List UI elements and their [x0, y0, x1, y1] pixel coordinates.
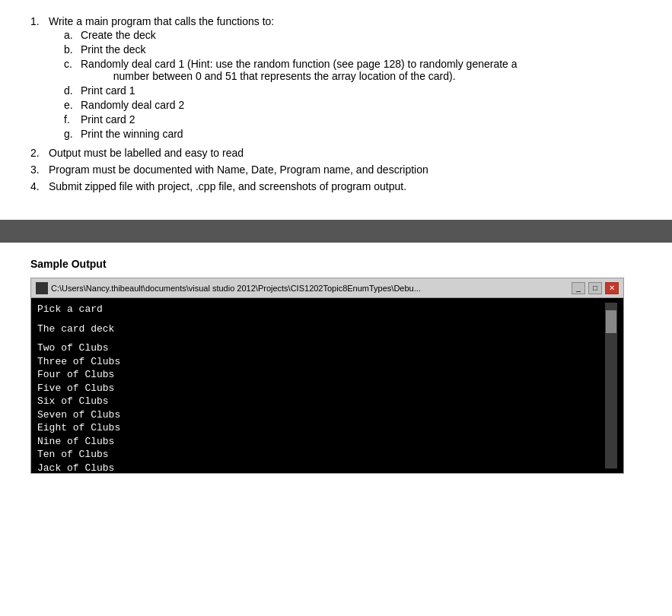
console-line-6: Five of Clubs — [37, 382, 605, 395]
sub-item-g: g. Print the winning card — [49, 128, 642, 140]
console-line-7: Six of Clubs — [37, 395, 605, 408]
console-line-12: Jack of Clubs — [37, 462, 605, 473]
instructions-section: Write a main program that calls the func… — [0, 0, 672, 220]
main-item-3: Write a main program that calls the func… — [30, 15, 642, 142]
scrollbar-track — [605, 303, 617, 468]
console-line-11: Ten of Clubs — [37, 448, 605, 462]
main-item-6: Submit zipped file with project, .cpp fi… — [30, 180, 642, 192]
console-line-8: Seven of Clubs — [37, 408, 605, 422]
sub-text-e: Randomly deal card 2 — [81, 99, 184, 111]
sub-label-e: e. — [64, 99, 81, 111]
console-line-2: The card deck — [37, 322, 605, 336]
console-scrollbar[interactable] — [605, 303, 617, 468]
console-title-text: C:\Users\Nancy.thibeault\documents\visua… — [51, 284, 568, 293]
console-line-1: Pick a card — [37, 303, 605, 316]
console-line-4: Three of Clubs — [37, 355, 605, 369]
sub-text-d: Print card 1 — [81, 84, 135, 97]
main-item-5-text: Program must be documented with Name, Da… — [49, 164, 428, 176]
sub-label-a: a. — [64, 29, 81, 41]
sub-label-g: g. — [64, 128, 81, 140]
sub-item-d: d. Print card 1 — [49, 84, 642, 97]
console-restore-button[interactable]: □ — [588, 282, 602, 294]
console-close-button[interactable]: ✕ — [605, 282, 619, 294]
sub-item-c: c. Randomly deal card 1 (Hint: use the r… — [49, 58, 642, 82]
sub-text-a: Create the deck — [81, 29, 156, 41]
main-item-6-text: Submit zipped file with project, .cpp fi… — [49, 180, 406, 192]
console-blank-2 — [37, 335, 605, 341]
console-minimize-button[interactable]: _ — [572, 282, 585, 294]
console-line-5: Four of Clubs — [37, 368, 605, 382]
sub-text-b: Print the deck — [81, 43, 146, 56]
sample-output-label: Sample Output — [30, 258, 642, 270]
console-line-3: Two of Clubs — [37, 341, 605, 355]
console-content: Pick a card The card deck Two of Clubs T… — [37, 303, 605, 468]
console-window: C:\Users\Nancy.thibeault\documents\visua… — [30, 278, 624, 474]
sub-item-f: f. Print card 2 — [49, 113, 642, 125]
console-title-icon — [36, 282, 48, 294]
scrollbar-thumb[interactable] — [606, 310, 616, 333]
sub-text-f: Print card 2 — [81, 113, 135, 125]
console-body: Pick a card The card deck Two of Clubs T… — [31, 298, 623, 473]
main-item-4-text: Output must be labelled and easy to read — [49, 147, 244, 159]
console-blank-1 — [37, 316, 605, 322]
sample-output-section: Sample Output C:\Users\Nancy.thibeault\d… — [0, 243, 672, 489]
main-item-5: Program must be documented with Name, Da… — [30, 164, 642, 176]
sub-item-b: b. Print the deck — [49, 43, 642, 56]
console-line-9: Eight of Clubs — [37, 421, 605, 435]
sub-text-g: Print the winning card — [81, 128, 183, 140]
sub-text-c: Randomly deal card 1 (Hint: use the rand… — [81, 58, 518, 82]
sub-item-a: a. Create the deck — [49, 29, 642, 41]
console-titlebar: C:\Users\Nancy.thibeault\documents\visua… — [31, 278, 623, 298]
sub-label-d: d. — [64, 84, 81, 97]
sub-label-c: c. — [64, 58, 81, 70]
main-item-3-text: Write a main program that calls the func… — [49, 15, 274, 27]
console-line-10: Nine of Clubs — [37, 435, 605, 449]
sub-label-b: b. — [64, 43, 81, 56]
sub-item-e: e. Randomly deal card 2 — [49, 99, 642, 111]
sub-label-f: f. — [64, 113, 81, 125]
main-item-4: Output must be labelled and easy to read — [30, 147, 642, 159]
divider-bar — [0, 220, 672, 243]
